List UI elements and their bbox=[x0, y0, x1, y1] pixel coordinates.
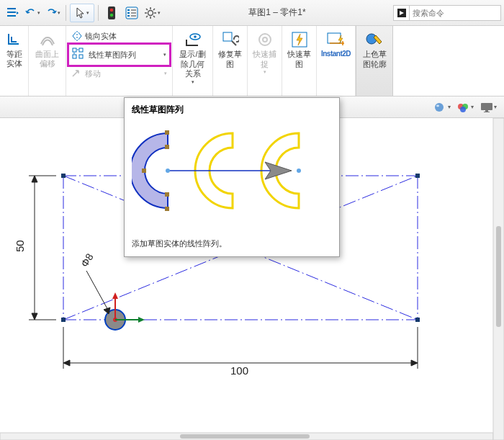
svg-rect-55 bbox=[165, 192, 169, 197]
svg-rect-54 bbox=[165, 145, 169, 149]
search-run-icon bbox=[394, 6, 410, 20]
repair-sketch-button[interactable]: 修复草 图 bbox=[216, 29, 244, 70]
search-input[interactable] bbox=[410, 9, 482, 17]
svg-rect-6 bbox=[127, 15, 130, 17]
svg-rect-30 bbox=[485, 110, 488, 112]
tooltip-graphic bbox=[125, 119, 339, 235]
linear-pattern-icon bbox=[72, 48, 86, 62]
move-entities-button: 移动 ▾ bbox=[69, 66, 169, 81]
undo-button[interactable]: ▾ bbox=[23, 4, 42, 22]
svg-rect-32 bbox=[61, 174, 66, 178]
undo-icon bbox=[25, 7, 37, 19]
settings-button[interactable]: ▾ bbox=[143, 4, 161, 22]
svg-rect-9 bbox=[131, 15, 136, 17]
svg-point-28 bbox=[460, 107, 466, 112]
show-relations-button[interactable]: 显示/删 除几何 关系 ▾ bbox=[177, 29, 207, 86]
view-scene-button[interactable] bbox=[456, 101, 474, 114]
quick-snap-button: 快速捕 捉 ▾ bbox=[251, 29, 279, 76]
svg-point-20 bbox=[263, 37, 267, 42]
offset-icon bbox=[5, 30, 24, 49]
svg-point-59 bbox=[166, 169, 170, 173]
svg-rect-33 bbox=[415, 174, 420, 178]
svg-rect-22 bbox=[328, 33, 341, 43]
cursor-icon bbox=[76, 6, 86, 19]
svg-rect-5 bbox=[127, 12, 130, 14]
svg-point-2 bbox=[110, 13, 114, 17]
command-search[interactable] bbox=[393, 5, 501, 21]
svg-rect-51 bbox=[180, 434, 310, 439]
horizontal-dim[interactable]: 100 bbox=[230, 364, 248, 377]
list-button[interactable] bbox=[122, 4, 141, 22]
svg-rect-31 bbox=[484, 112, 490, 112]
svg-rect-8 bbox=[131, 12, 136, 14]
tooltip-title: 线性草图阵列 bbox=[125, 98, 339, 119]
svg-rect-14 bbox=[73, 55, 76, 58]
offset-entities-button[interactable]: 等距实体 bbox=[3, 29, 26, 69]
svg-rect-34 bbox=[61, 318, 66, 322]
svg-rect-15 bbox=[79, 55, 83, 58]
sphere-icon bbox=[433, 102, 446, 113]
view-display-button[interactable] bbox=[480, 101, 497, 114]
menu-button[interactable] bbox=[3, 4, 22, 22]
list-icon bbox=[125, 6, 138, 19]
document-title: 草图1 – 零件1* bbox=[163, 6, 392, 19]
svg-rect-50 bbox=[496, 226, 501, 327]
svg-line-41 bbox=[86, 271, 109, 313]
traffic-button[interactable] bbox=[102, 4, 121, 22]
svg-rect-57 bbox=[142, 169, 146, 173]
monitor-icon bbox=[480, 102, 492, 113]
svg-rect-13 bbox=[79, 48, 83, 52]
svg-point-24 bbox=[435, 103, 444, 112]
linear-pattern-button[interactable]: 线性草图阵列 ▾ bbox=[69, 45, 169, 65]
svg-point-10 bbox=[148, 10, 153, 15]
shaded-contour-button[interactable]: 上色草 图轮廓 bbox=[361, 29, 389, 70]
svg-rect-29 bbox=[481, 103, 492, 110]
instant2d-button[interactable]: Instant2D bbox=[319, 29, 353, 60]
ribbon: 等距实体 曲面上偏移 镜向实体 线性草图阵列 ▾ 移动 ▾ 显示/删 除几何 关 bbox=[0, 26, 504, 96]
menu-icon bbox=[6, 6, 19, 19]
redo-icon bbox=[45, 7, 57, 19]
mirror-entities-button[interactable]: 镜向实体 bbox=[69, 29, 169, 43]
wrench-icon bbox=[221, 30, 240, 49]
shaded-contour-icon bbox=[365, 30, 384, 49]
lightning-icon bbox=[290, 30, 309, 49]
svg-point-25 bbox=[436, 104, 439, 107]
snap-target-icon bbox=[256, 30, 274, 49]
view-appearance-button[interactable] bbox=[433, 101, 451, 114]
redo-button[interactable]: ▾ bbox=[43, 4, 62, 22]
svg-point-19 bbox=[259, 34, 271, 45]
traffic-icon bbox=[107, 6, 116, 20]
diameter-dim[interactable]: Φ8 bbox=[78, 251, 96, 269]
svg-rect-53 bbox=[165, 207, 169, 211]
svg-point-60 bbox=[297, 169, 301, 173]
gear-icon bbox=[144, 6, 157, 19]
mirror-icon bbox=[71, 30, 83, 42]
svg-point-17 bbox=[194, 35, 197, 38]
instant2d-icon bbox=[327, 30, 346, 49]
svg-rect-4 bbox=[127, 9, 130, 11]
surface-offset-icon bbox=[38, 30, 57, 49]
svg-rect-0 bbox=[108, 6, 115, 19]
linear-pattern-tooltip: 线性草图阵列 bbox=[124, 97, 340, 257]
svg-point-1 bbox=[110, 8, 114, 12]
quick-access-toolbar: ▾ ▾ ▾ ▾ 草图1 – 零件1* bbox=[0, 0, 504, 26]
move-icon bbox=[71, 68, 83, 79]
eye-perp-icon bbox=[184, 30, 202, 49]
svg-rect-35 bbox=[415, 318, 420, 322]
rapid-sketch-button[interactable]: 快速草 图 bbox=[285, 29, 313, 70]
rgb-icon bbox=[456, 102, 469, 113]
select-button[interactable]: ▾ bbox=[70, 4, 94, 22]
svg-rect-12 bbox=[73, 48, 76, 52]
svg-rect-7 bbox=[131, 9, 136, 11]
tooltip-desc: 添加草图实体的线性阵列。 bbox=[125, 235, 339, 256]
svg-rect-18 bbox=[223, 32, 232, 41]
svg-rect-52 bbox=[165, 130, 169, 135]
surface-offset-button: 曲面上偏移 bbox=[32, 29, 63, 69]
vertical-dim[interactable]: 50 bbox=[14, 240, 26, 252]
